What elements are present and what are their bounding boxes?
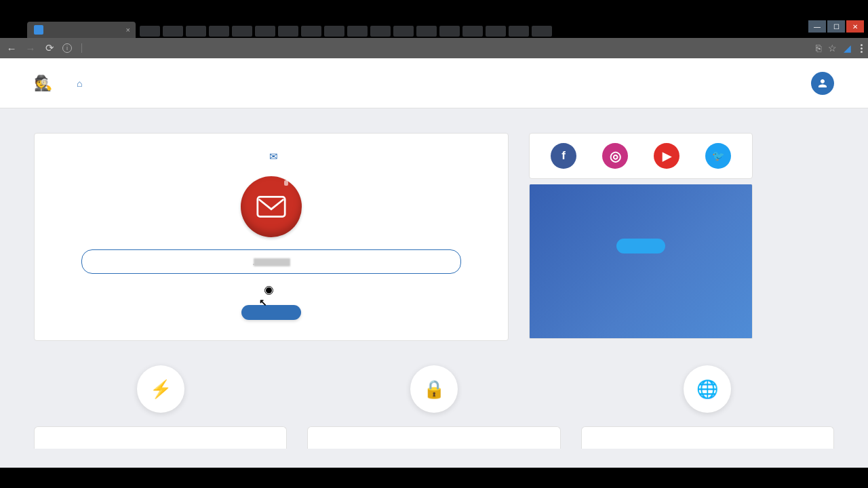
mail-badge-icon <box>241 176 302 237</box>
social-card: f ◎ ▶ 🐦 <box>529 133 753 179</box>
submit-button[interactable] <box>241 305 301 320</box>
tos-row[interactable]: ↖ <box>60 287 482 293</box>
promo-card <box>529 184 753 339</box>
reload-button[interactable]: ⟳ <box>43 42 56 54</box>
address-bar[interactable]: i <box>62 43 809 53</box>
feature-fast: ⚡ <box>34 365 287 449</box>
browser-toolbar: ← → ⟳ i ⎘ ☆ ◢ <box>0 38 868 58</box>
redacted-digits <box>254 258 290 266</box>
instagram-icon[interactable]: ◎ <box>602 143 628 169</box>
envelope-icon: ✉ <box>269 150 278 163</box>
card-title: ✉ <box>265 150 278 163</box>
globe-icon: 🌐 <box>684 365 731 413</box>
window-close-button[interactable]: ✕ <box>846 20 864 33</box>
youtube-icon[interactable]: ▶ <box>654 143 679 169</box>
home-icon: ⌂ <box>77 78 83 89</box>
tab-close-icon[interactable]: × <box>126 26 130 34</box>
user-icon <box>816 77 829 89</box>
feature-free-label <box>581 426 834 449</box>
site-logo[interactable]: 🕵 <box>34 75 56 92</box>
feature-free: 🌐 <box>581 365 834 449</box>
site-header: 🕵 ⌂ <box>0 58 868 108</box>
feature-fast-label <box>34 426 287 449</box>
separator <box>81 43 82 53</box>
phone-input-wrap: . <box>60 249 482 287</box>
menu-icon[interactable] <box>861 44 863 53</box>
translate-icon[interactable]: ⎘ <box>816 43 821 54</box>
spy-form-card: ✉ . ↖ <box>34 133 509 341</box>
facebook-icon[interactable]: f <box>551 143 576 169</box>
window-min-button[interactable]: — <box>808 20 826 33</box>
lock-icon: 🔒 <box>410 365 458 413</box>
bolt-icon: ⚡ <box>137 365 184 413</box>
feature-secure-label <box>307 426 560 449</box>
info-icon: i <box>62 43 72 53</box>
tos-radio[interactable] <box>266 287 272 293</box>
extension-icon[interactable]: ◢ <box>844 43 851 54</box>
twitter-icon[interactable]: 🐦 <box>705 143 731 169</box>
nav-home[interactable]: ⌂ <box>77 78 85 89</box>
back-button[interactable]: ← <box>5 43 18 54</box>
tab-favicon-icon <box>34 25 43 35</box>
window-max-button[interactable]: ☐ <box>827 20 845 33</box>
feature-secure: 🔒 <box>307 365 560 449</box>
phone-input[interactable]: . <box>81 249 461 274</box>
cursor-icon: ↖ <box>259 297 267 308</box>
spy-icon: 🕵 <box>34 75 52 92</box>
browser-tab-active[interactable]: × <box>27 22 136 38</box>
forward-button[interactable]: → <box>24 43 37 54</box>
promo-cta-button[interactable] <box>616 239 665 253</box>
background-tabs-blur <box>140 23 868 38</box>
user-avatar[interactable] <box>811 72 834 95</box>
browser-tab-strip: × <box>0 20 868 38</box>
main-nav: ⌂ <box>77 78 110 89</box>
star-icon[interactable]: ☆ <box>828 43 837 54</box>
svg-rect-0 <box>258 197 285 216</box>
